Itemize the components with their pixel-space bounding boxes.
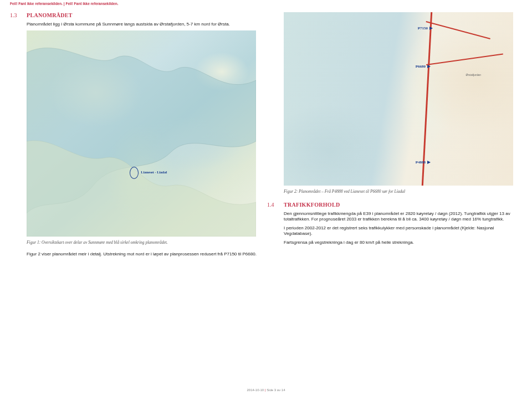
marker-p6680: P6680 xyxy=(416,64,431,69)
section-title: TRAFIKKFORHOLD xyxy=(284,202,340,208)
section-heading-1-4: 1.4 TRAFIKKFORHOLD xyxy=(267,202,514,208)
figure-1-wrapper: Lianeset - Liadal xyxy=(27,30,257,237)
paragraph: Den gjennomsnittlege trafikkmengda på E3… xyxy=(284,211,514,222)
section-title: PLANOMRÅDET xyxy=(27,12,73,18)
section-number: 1.4 xyxy=(267,202,276,208)
overview-map: Lianeset - Liadal xyxy=(27,30,256,237)
right-column: P7150 P6680 P4888 Ørstafjorden Figur 2: … xyxy=(267,12,514,260)
main-road-line xyxy=(421,12,432,186)
page-footer: 2014-10-10 | Side 3 av 14 xyxy=(0,388,532,392)
marker-label: P4888 xyxy=(416,160,426,165)
map-coastline-svg xyxy=(27,30,256,237)
section-number: 1.3 xyxy=(10,12,19,18)
marker-p4888: P4888 xyxy=(416,160,431,165)
road-branch xyxy=(426,53,503,65)
figure-1-caption: Figur 1: Oversiktskart over delar av Sun… xyxy=(27,240,257,245)
plan-area-circle-marker xyxy=(130,167,139,179)
paragraph: Planområdet ligg i Ørsta kommune på Sunn… xyxy=(27,22,257,27)
road-branch xyxy=(426,21,490,39)
detail-map: P7150 P6680 P4888 Ørstafjorden xyxy=(284,12,513,186)
paragraph: Figur 2 viser planområdet meir i detalj.… xyxy=(27,252,257,257)
arrow-icon xyxy=(429,27,433,30)
two-column-layout: 1.3 PLANOMRÅDET Planområdet ligg i Ørsta… xyxy=(10,12,522,260)
footer-date: 2014-10-10 xyxy=(247,388,264,392)
figure-2-caption: Figur 2: Planområdet – Frå P4888 ved Lia… xyxy=(284,189,514,194)
header-error-text: Feil! Fant ikke referansekilden. | Feil!… xyxy=(10,2,118,6)
section-heading-1-3: 1.3 PLANOMRÅDET xyxy=(10,12,257,18)
left-column: 1.3 PLANOMRÅDET Planområdet ligg i Ørsta… xyxy=(10,12,257,260)
arrow-icon xyxy=(427,65,431,68)
footer-page: Side 3 av 14 xyxy=(267,388,285,392)
page-content: 1.3 PLANOMRÅDET Planområdet ligg i Ørsta… xyxy=(0,0,532,260)
paragraph: I perioden 2002-2012 er det registrert s… xyxy=(284,225,514,237)
marker-label: P6680 xyxy=(416,64,426,69)
plan-area-circle-label: Lianeset - Liadal xyxy=(141,170,167,174)
arrow-icon xyxy=(427,161,431,164)
marker-p7150: P7150 xyxy=(418,26,433,30)
marker-label: P7150 xyxy=(418,26,428,30)
paragraph: Fartsgrensa på vegstrekninga i dag er 80… xyxy=(284,240,514,245)
fjord-label: Ørstafjorden xyxy=(466,73,482,76)
